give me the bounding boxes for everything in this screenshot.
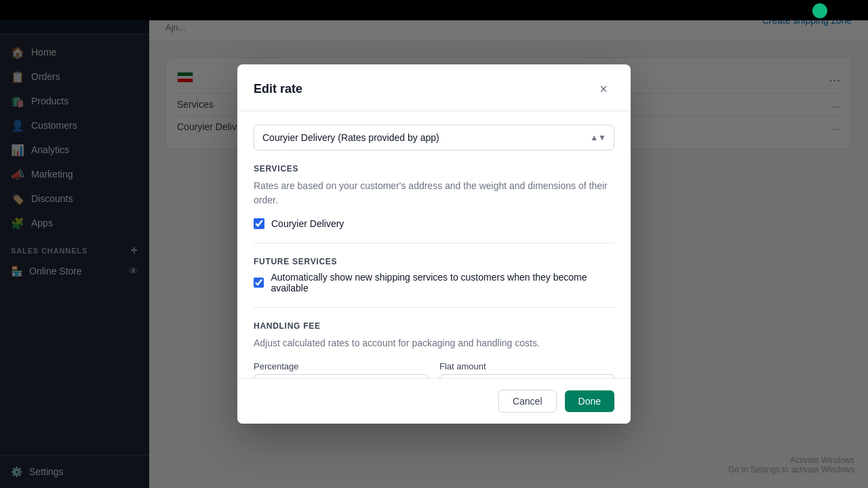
provider-select-wrapper: Couryier Delivery (Rates provided by app…	[254, 125, 614, 150]
modal-header: Edit rate ×	[237, 64, 631, 111]
modal-overlay: Edit rate × Couryier Delivery (Rates pro…	[0, 0, 868, 488]
percentage-label: Percentage	[254, 361, 429, 371]
modal-title: Edit rate	[254, 82, 302, 96]
modal-footer: Cancel Done	[237, 378, 631, 424]
handling-fee-section-title: HANDLING FEE	[254, 321, 614, 331]
auto-show-checkbox[interactable]	[254, 277, 264, 288]
modal-close-button[interactable]: ×	[593, 78, 614, 100]
couryier-delivery-checkbox-row: Couryier Delivery	[254, 218, 614, 229]
couryier-delivery-checkbox[interactable]	[254, 218, 264, 229]
future-services-section-title: FUTURE SERVICES	[254, 257, 614, 266]
section-divider-1	[254, 243, 614, 243]
provider-select[interactable]: Couryier Delivery (Rates provided by app…	[254, 125, 614, 150]
flat-amount-label: Flat amount	[439, 361, 614, 371]
cancel-button[interactable]: Cancel	[498, 390, 557, 413]
services-section-title: SERVICES	[254, 164, 614, 174]
modal-body[interactable]: Couryier Delivery (Rates provided by app…	[237, 111, 631, 378]
percentage-field-group: Percentage	[254, 361, 429, 378]
couryier-delivery-checkbox-label: Couryier Delivery	[271, 218, 344, 229]
auto-show-checkbox-label: Automatically show new shipping services…	[271, 272, 614, 293]
top-bar	[0, 0, 868, 20]
section-divider-2	[254, 307, 614, 308]
flat-amount-field-group: Flat amount	[439, 361, 614, 378]
handling-fee-desc: Adjust calculated rates to account for p…	[254, 336, 614, 350]
auto-show-checkbox-row: Automatically show new shipping services…	[254, 272, 614, 293]
user-avatar	[812, 3, 827, 18]
done-button[interactable]: Done	[565, 390, 614, 412]
services-section-desc: Rates are based on your customer's addre…	[254, 179, 614, 207]
edit-rate-modal: Edit rate × Couryier Delivery (Rates pro…	[237, 64, 631, 424]
handling-fee-inputs: Percentage Flat amount	[254, 361, 614, 378]
